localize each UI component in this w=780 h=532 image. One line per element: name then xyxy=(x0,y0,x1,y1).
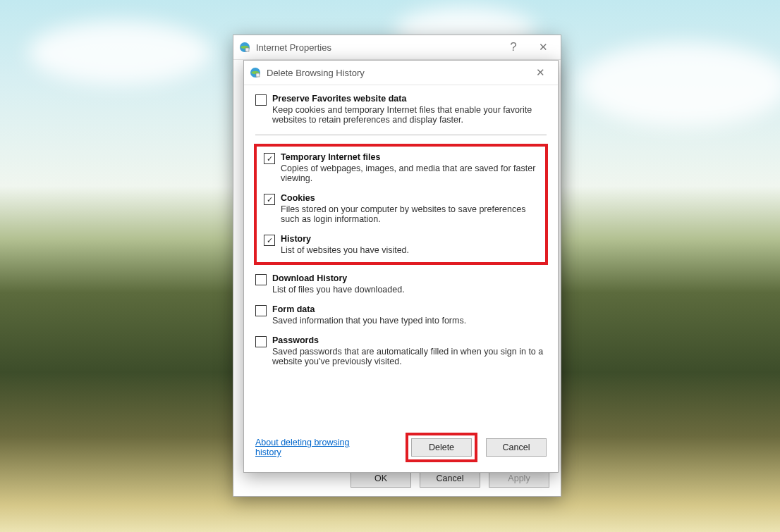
close-button[interactable]: ✕ xyxy=(531,41,555,54)
checkbox-passwords[interactable] xyxy=(255,336,267,347)
window-title: Internet Properties xyxy=(256,42,331,53)
globe-icon xyxy=(250,67,261,78)
svg-rect-3 xyxy=(256,73,260,77)
option-label: Temporary Internet files xyxy=(281,152,538,162)
titlebar[interactable]: Delete Browsing History ✕ xyxy=(244,61,558,85)
cloud-decoration xyxy=(578,42,780,127)
option-passwords: Passwords Saved passwords that are autom… xyxy=(255,335,547,366)
svg-rect-1 xyxy=(245,48,249,51)
option-label: History xyxy=(281,234,538,244)
option-label: Cookies xyxy=(281,193,538,203)
globe-icon xyxy=(239,42,250,53)
option-description: Copies of webpages, images, and media th… xyxy=(281,163,538,183)
delete-browsing-history-dialog: Delete Browsing History ✕ Preserve Favor… xyxy=(243,60,559,473)
dialog-body: Preserve Favorites website data Keep coo… xyxy=(244,85,558,383)
option-cookies: ✓ Cookies Files stored on your computer … xyxy=(264,193,538,224)
option-temporary-internet-files: ✓ Temporary Internet files Copies of web… xyxy=(264,152,538,183)
option-label: Preserve Favorites website data xyxy=(272,94,547,104)
cloud-decoration xyxy=(28,21,212,85)
delete-button[interactable]: Delete xyxy=(411,438,472,457)
checkbox-cookies[interactable]: ✓ xyxy=(264,194,275,205)
desktop-background: Internet Properties ? ✕ OK Cancel Apply … xyxy=(0,0,780,532)
option-description: List of files you have downloaded. xyxy=(272,285,547,295)
option-description: List of websites you have visited. xyxy=(281,245,538,255)
cancel-button[interactable]: Cancel xyxy=(486,438,547,457)
checkbox-form-data[interactable] xyxy=(255,305,267,316)
dialog-title: Delete Browsing History xyxy=(267,68,365,78)
checkbox-download-history[interactable] xyxy=(255,274,267,285)
option-description: Keep cookies and temporary Internet file… xyxy=(272,105,547,125)
option-preserve-favorites: Preserve Favorites website data Keep coo… xyxy=(255,94,547,125)
option-description: Saved information that you have typed in… xyxy=(272,316,547,326)
separator xyxy=(255,135,547,135)
checkbox-preserve-favorites[interactable] xyxy=(255,94,267,106)
delete-button-highlight: Delete xyxy=(406,433,477,462)
titlebar[interactable]: Internet Properties ? ✕ xyxy=(233,35,561,60)
close-button[interactable]: ✕ xyxy=(528,66,552,79)
option-form-data: Form data Saved information that you hav… xyxy=(255,304,547,326)
help-button[interactable]: ? xyxy=(501,40,525,54)
checkbox-temp-files[interactable]: ✓ xyxy=(264,153,275,164)
option-description: Files stored on your computer by website… xyxy=(281,204,538,224)
option-download-history: Download History List of files you have … xyxy=(255,273,547,295)
option-description: Saved passwords that are automatically f… xyxy=(272,347,547,366)
option-label: Passwords xyxy=(272,335,547,345)
dialog-footer: About deleting browsing history Delete C… xyxy=(255,433,547,462)
option-label: Download History xyxy=(272,273,547,283)
checkbox-history[interactable]: ✓ xyxy=(264,235,275,246)
option-history: ✓ History List of websites you have visi… xyxy=(264,234,538,255)
about-deleting-history-link[interactable]: About deleting browsing history xyxy=(255,438,368,457)
option-label: Form data xyxy=(272,304,547,314)
highlighted-options-group: ✓ Temporary Internet files Copies of web… xyxy=(254,144,548,265)
